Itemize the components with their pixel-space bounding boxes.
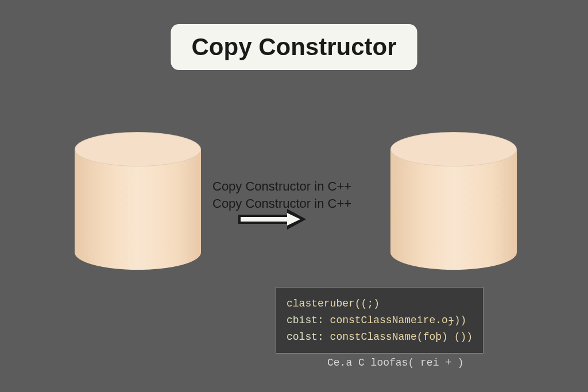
- code-line-3: colst: constClassName(foþ) ()): [287, 329, 473, 346]
- cylinder-copy: [390, 132, 517, 270]
- title-text: Copy Constructor: [192, 33, 397, 60]
- overlay-line-2: Copy Constructor in C++: [212, 195, 351, 212]
- svg-rect-2: [241, 217, 287, 222]
- cylinder-bottom: [75, 235, 201, 270]
- cylinder-top: [390, 132, 517, 166]
- code-line-2: cbist: constClassNameire.oɟ)): [287, 312, 473, 329]
- code-keyword: colst:: [287, 331, 324, 343]
- code-keyword: cbist:: [287, 315, 324, 326]
- overlay-line-1: Copy Constructor in C++: [212, 178, 351, 195]
- code-snippet: clasteruber((;) cbist: constClassNameire…: [276, 287, 483, 354]
- code-line-1: clasteruber((;): [287, 296, 473, 312]
- cylinder-top: [75, 132, 201, 166]
- code-body: constClassNameire.oɟ)): [324, 315, 466, 326]
- code-body: constClassName(foþ) ()): [324, 331, 473, 343]
- overlay-caption: Copy Constructor in C++ Copy Constructor…: [212, 178, 351, 212]
- cylinder-bottom: [390, 235, 517, 270]
- cylinder-source: [75, 132, 201, 270]
- code-caption: Ce.a C loofas( rei + ): [327, 357, 464, 368]
- title-banner: Copy Constructor: [171, 24, 417, 70]
